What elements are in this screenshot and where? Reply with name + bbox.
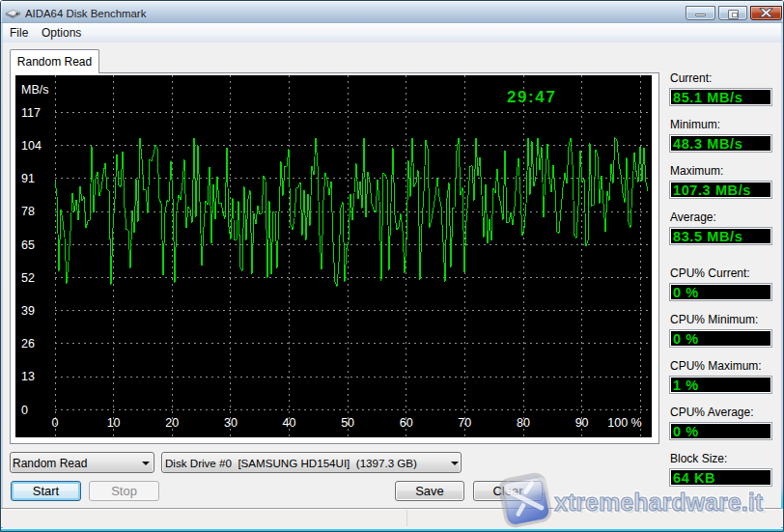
svg-text:78: 78 <box>21 205 35 218</box>
svg-text:30: 30 <box>224 416 238 430</box>
svg-text:20: 20 <box>165 416 179 430</box>
svg-text:29:47: 29:47 <box>507 88 556 106</box>
svg-text:90: 90 <box>575 416 589 430</box>
svg-text:xtremehardware.it: xtremehardware.it <box>554 489 763 516</box>
svg-text:10: 10 <box>107 416 121 430</box>
svg-text:26: 26 <box>21 337 35 350</box>
svg-text:60: 60 <box>400 416 413 430</box>
svg-text:100 %: 100 % <box>607 416 641 430</box>
svg-text:91: 91 <box>21 172 35 185</box>
svg-text:0: 0 <box>52 416 59 430</box>
svg-text:40: 40 <box>283 416 296 430</box>
svg-text:80: 80 <box>517 416 530 430</box>
svg-text:104: 104 <box>21 139 42 153</box>
svg-text:MB/s: MB/s <box>21 83 48 97</box>
svg-text:117: 117 <box>21 106 41 120</box>
svg-text:65: 65 <box>21 238 35 252</box>
svg-text:70: 70 <box>458 416 471 430</box>
svg-text:52: 52 <box>21 271 35 285</box>
svg-text:0: 0 <box>21 404 28 417</box>
svg-text:39: 39 <box>21 304 35 318</box>
svg-text:13: 13 <box>21 370 35 383</box>
svg-text:50: 50 <box>341 416 354 430</box>
